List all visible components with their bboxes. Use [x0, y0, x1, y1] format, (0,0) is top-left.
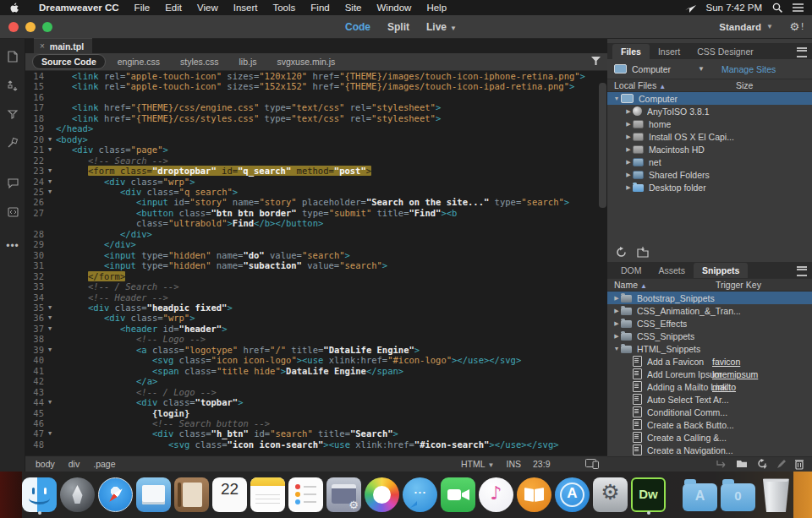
edit-snippet-icon[interactable] [777, 460, 786, 470]
expand-arrow-icon[interactable]: ▶ [612, 320, 621, 327]
view-mode-split[interactable]: Split [387, 21, 409, 33]
fold-arrow-icon[interactable]: ▼ [44, 397, 56, 407]
close-tab-icon[interactable]: × [40, 41, 45, 51]
delete-icon[interactable] [795, 459, 804, 471]
insert-snippet-icon[interactable] [716, 460, 727, 470]
live-view-options-icon[interactable] [0, 103, 25, 125]
related-file-svgxuse-min-js[interactable]: svgxuse.min.js [269, 55, 344, 68]
menu-item-edit[interactable]: Edit [157, 3, 189, 13]
panel-tab-assets[interactable]: Assets [650, 263, 694, 278]
menu-item-window[interactable]: Window [370, 3, 420, 13]
expand-arrow-icon[interactable]: ▶ [624, 184, 633, 191]
tag-selector-body[interactable]: body [36, 459, 55, 469]
dock-item-messages[interactable] [403, 475, 437, 515]
expand-arrow-icon[interactable]: ▶ [612, 333, 621, 340]
new-folder-icon[interactable] [736, 459, 748, 470]
snippet-row[interactable]: ▶CSS_Animation_&_Tran... [607, 304, 812, 317]
menu-item-help[interactable]: Help [419, 3, 454, 13]
site-selector-value[interactable]: Computer [632, 64, 671, 74]
expand-arrow-icon[interactable]: ▶ [624, 108, 633, 115]
manage-sites-link[interactable]: Manage Sites [721, 64, 776, 74]
file-row[interactable]: ▶net [607, 155, 812, 168]
expand-arrow-icon[interactable]: ▶ [612, 295, 621, 302]
dock-item-facetime[interactable] [441, 475, 475, 515]
file-row[interactable]: ▶Install OS X El Capi... [607, 130, 812, 143]
collapse-arrow-icon[interactable]: ▼ [612, 95, 621, 101]
trigger-key[interactable]: mailto [712, 382, 736, 392]
chevron-down-icon[interactable]: ▼ [698, 65, 705, 73]
snippets-column-header[interactable]: Name ▲ Trigger Key [607, 278, 812, 292]
collapse-arrow-icon[interactable]: ▼ [612, 346, 621, 352]
spotlight-search-icon[interactable] [772, 3, 782, 13]
snippet-row[interactable]: Create a Calling &... [607, 431, 812, 444]
inspect-icon[interactable] [0, 132, 25, 154]
view-mode-live[interactable]: Live▼ [426, 21, 457, 33]
snippet-row[interactable]: ▶CSS_Effects [607, 317, 812, 330]
expand-arrow-icon[interactable]: ▶ [624, 146, 633, 153]
snippet-row[interactable]: Auto Select Text Ar... [607, 393, 812, 406]
fold-arrow-icon[interactable]: ▼ [44, 187, 56, 197]
file-row[interactable]: ▶Desktop folder [607, 181, 812, 194]
dock-item-applications-folder[interactable] [683, 475, 717, 515]
expand-arrow-icon[interactable]: ▶ [624, 159, 633, 166]
panel-tab-insert[interactable]: Insert [650, 44, 689, 59]
snippet-row[interactable]: Create a Back Butto... [607, 418, 812, 431]
apple-menu-icon[interactable] [10, 3, 19, 14]
fold-arrow-icon[interactable]: ▼ [44, 313, 56, 323]
fold-arrow-icon[interactable]: ▼ [44, 428, 56, 439]
snippet-row[interactable]: Adding a Mailto Linkmailto [607, 380, 812, 393]
zoom-window-button[interactable] [42, 22, 52, 32]
dock-item-safari[interactable] [98, 475, 133, 515]
view-mode-code[interactable]: Code [345, 21, 370, 33]
doc-type-dropdown[interactable]: HTML▼ [461, 459, 495, 469]
notification-list-icon[interactable] [793, 3, 804, 12]
related-file-lib-js[interactable]: lib.js [230, 55, 265, 68]
dock-item-itunes[interactable] [479, 475, 513, 515]
dock-item-app-store[interactable] [555, 475, 590, 515]
menu-item-tools[interactable]: Tools [265, 3, 303, 13]
fold-arrow-icon[interactable]: ▼ [44, 303, 56, 313]
tag-selector-page[interactable]: .page [93, 459, 115, 469]
dock-item-dreamweaver[interactable] [631, 475, 666, 515]
snippet-row[interactable]: ▼HTML_Snippets [607, 342, 812, 355]
file-row[interactable]: ▼Computer [607, 92, 812, 105]
minimize-window-button[interactable] [25, 22, 36, 32]
dock-item-finder[interactable] [22, 475, 57, 515]
code-view[interactable]: 14<link rel="apple-touch-icon" sizes="12… [25, 71, 607, 455]
sync-settings-button[interactable]: ⚙ ! [790, 20, 804, 33]
file-row[interactable]: ▶home [607, 117, 812, 130]
fold-arrow-icon[interactable]: ▼ [44, 166, 56, 176]
fold-arrow-icon[interactable]: ▼ [44, 144, 56, 155]
fold-arrow-icon[interactable]: ▼ [44, 177, 56, 187]
menu-item-dreamweaver-cc[interactable]: Dreamweaver CC [31, 3, 127, 13]
dock-item-system-preferences[interactable] [593, 475, 628, 515]
panel-menu-icon[interactable] [797, 266, 807, 276]
file-row[interactable]: ▶Macintosh HD [607, 143, 812, 155]
workspace-switcher[interactable]: Standard ▼ [719, 22, 773, 32]
snippet-row[interactable]: Add Loreum Ipsumloremipsum [607, 368, 812, 380]
dock-item-utility[interactable] [326, 475, 361, 515]
related-file-styles-css[interactable]: styles.css [172, 55, 228, 68]
related-file-engine-css[interactable]: engine.css [109, 55, 168, 68]
snippet-row[interactable]: Add a Faviconfavicon [607, 355, 812, 368]
snippet-row[interactable]: Conditional Comm... [607, 406, 812, 418]
panel-tab-css-designer[interactable]: CSS Designer [689, 44, 762, 59]
panel-tab-files[interactable]: Files [612, 44, 650, 59]
location-arrow-icon[interactable] [685, 3, 696, 13]
filter-funnel-icon[interactable] [591, 57, 601, 68]
customize-toolbar-button[interactable]: ••• [0, 235, 25, 257]
expand-arrow-icon[interactable]: ▶ [612, 308, 621, 314]
menu-item-insert[interactable]: Insert [226, 3, 266, 13]
fold-arrow-icon[interactable]: ▼ [44, 134, 56, 144]
code-vertical-scrollbar[interactable] [599, 83, 606, 208]
dock-item-photos[interactable] [365, 475, 399, 515]
menu-bar-clock[interactable]: Sun 7:42 PM [706, 3, 762, 13]
expand-arrow-icon[interactable]: ▶ [624, 134, 633, 140]
dock-item-ibooks[interactable] [517, 475, 551, 515]
expand-arrow-icon[interactable]: ▶ [624, 172, 633, 178]
code-snippets-icon[interactable] [0, 201, 25, 223]
dock-item-notes[interactable] [250, 475, 285, 515]
menu-item-view[interactable]: View [189, 3, 226, 13]
file-row[interactable]: ▶AnyToISO 3.8.1 [607, 105, 812, 117]
trigger-key[interactable]: favicon [712, 357, 740, 367]
